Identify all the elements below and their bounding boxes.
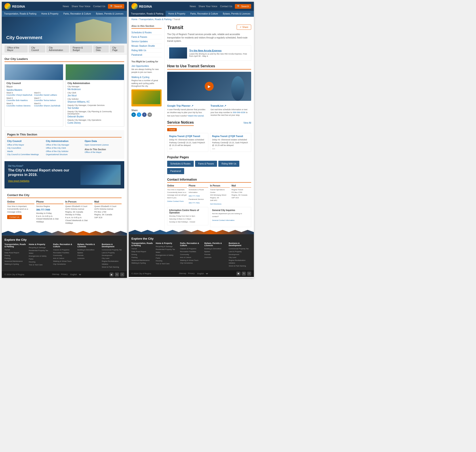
r-footer-h7[interactable]: Tree & Yard Care xyxy=(156,262,178,265)
footer-home-2[interactable]: Residential Property Tax xyxy=(29,249,51,252)
left-logo[interactable]: REGINA xyxy=(5,3,25,9)
nav-share-right[interactable]: Share Your Voice xyxy=(198,5,217,8)
footer-biz-5[interactable]: Street & Park Naming xyxy=(102,266,124,269)
twitter-share-icon[interactable]: 𝕏 xyxy=(137,113,141,117)
footer-parks-3[interactable]: Community xyxy=(53,254,76,257)
r-footer-t1[interactable]: Transit xyxy=(131,247,154,250)
facebook-share-icon[interactable]: f xyxy=(142,113,147,117)
footer-biz-2[interactable]: Land & Property Development xyxy=(102,252,124,257)
r-footer-p6[interactable]: City Cemeteries xyxy=(180,262,203,265)
r-footer-h6[interactable]: Housing xyxy=(156,259,178,262)
footer-home-7[interactable]: Tree & Yard Care xyxy=(29,264,51,266)
r-footer-biz3[interactable]: City Land xyxy=(229,256,251,259)
r-footer-p5[interactable]: Walking & Virtual Tours xyxy=(180,259,203,262)
councillor-link-5[interactable]: Councillor Andrew Stevens xyxy=(7,105,31,107)
tab-city-page[interactable]: City Page xyxy=(110,45,124,53)
footer-biz-1[interactable]: Commercial Property Tax xyxy=(102,249,124,252)
walking-link[interactable]: Walking & Cycling xyxy=(131,76,149,79)
footer-transit-3[interactable]: Driving xyxy=(5,254,27,257)
r-footer-t2[interactable]: Daily Road Report xyxy=(131,250,154,253)
share-page-button[interactable]: ↗ Share xyxy=(237,25,251,30)
r-footer-h4[interactable]: Emergencies & Safety xyxy=(156,254,178,257)
footer-transit-6[interactable]: Walking & Cycling xyxy=(5,263,27,266)
nav-contact-right[interactable]: Contact Us xyxy=(220,5,232,8)
jobs-link[interactable]: Job Opportunities xyxy=(131,65,149,67)
breadcrumb-home[interactable]: Home xyxy=(131,18,138,20)
r-footer-t4[interactable]: Parking xyxy=(131,256,154,259)
pages-link-org[interactable]: Organizational Structure xyxy=(46,153,83,156)
r-footer-p1[interactable]: Classes & Programs xyxy=(180,247,203,250)
councillor-link-4[interactable]: Councillor Terina Nelson xyxy=(34,99,56,101)
nav-news-left[interactable]: News xyxy=(63,5,69,8)
footer-home-4[interactable]: Emergencies & Safety xyxy=(29,255,51,258)
deputy-ops-name[interactable]: Curtis Disney xyxy=(67,121,122,125)
transitlive-link[interactable]: TransitLive xyxy=(211,104,224,107)
dyk-link[interactable]: View report highlights xyxy=(8,180,29,182)
r-footer-h5[interactable]: Parks xyxy=(156,257,178,260)
footer-transit-2[interactable]: Daily Road Report xyxy=(5,252,27,254)
footer-bylaws-2[interactable]: Bylaws xyxy=(77,252,100,254)
google-planner-link[interactable]: Google Trip Planner xyxy=(167,104,191,107)
pages-link-open-gov[interactable]: Open Government Licence xyxy=(85,143,122,146)
search-button-left[interactable]: 🔍 Search xyxy=(108,4,124,9)
r-footer-h1[interactable]: Recycling & Garbage xyxy=(156,245,178,248)
right-logo[interactable]: REGINA xyxy=(131,3,152,9)
sidebar-fares[interactable]: Fares & Passes xyxy=(131,35,162,39)
sidebar-service-updates[interactable]: Service Updates xyxy=(131,39,162,44)
footer-bylaws-3[interactable]: Permits xyxy=(77,254,100,257)
sitemap-right[interactable]: Sitemap xyxy=(179,272,186,275)
footer-bylaws-1[interactable]: Building & Demolition xyxy=(77,249,100,252)
footer-parks-5[interactable]: Walking & Virtual Tours xyxy=(53,260,76,263)
footer-home-1[interactable]: Recycling & Garbage xyxy=(29,246,51,249)
sitemap-left[interactable]: Sitemap xyxy=(52,273,59,276)
nav-contact-left[interactable]: Contact Us xyxy=(93,5,105,8)
twitter-icon-left[interactable]: 𝕏 xyxy=(115,273,119,277)
sidebar-schedules[interactable]: Schedules & Routes xyxy=(131,30,162,35)
footer-biz-4[interactable]: Regina Revitalization Initiative xyxy=(102,260,124,266)
footer-bylaws-4[interactable]: Licences xyxy=(77,257,100,260)
nav-parks-left[interactable]: Parks, Recreation & Culture xyxy=(61,11,93,17)
nav-news-right[interactable]: News xyxy=(190,5,196,8)
nav-bylaws-right[interactable]: Bylaws, Permits & Licences xyxy=(221,11,252,17)
ct-phone-1[interactable]: 306-777-7433 xyxy=(189,195,200,197)
instagram-icon-right[interactable]: ▣ xyxy=(237,272,240,276)
email-share-icon[interactable]: ✉ xyxy=(147,113,152,117)
r-footer-biz1[interactable]: Commercial Property Tax xyxy=(229,247,251,250)
popular-paratransit[interactable]: Paratransit xyxy=(167,168,184,174)
breadcrumb-transport[interactable]: Transportation, Roads & Parking xyxy=(139,18,172,20)
footer-parks-1[interactable]: Classes & Programs xyxy=(53,249,76,252)
facebook-icon-left[interactable]: f xyxy=(120,273,124,277)
pages-link-councillors[interactable]: City Councillors xyxy=(7,146,44,150)
instagram-icon-left[interactable]: ▣ xyxy=(110,273,113,277)
tutorial-link[interactable]: Watch the tutorial. xyxy=(188,115,204,117)
popular-fares[interactable]: Fares & Passes xyxy=(195,161,217,167)
r-footer-p3[interactable]: Community xyxy=(180,253,203,256)
councillor-link-3[interactable]: Councillor Bob Hawkins xyxy=(7,99,28,101)
r-footer-b1[interactable]: Building & Demolition xyxy=(204,247,227,250)
r-footer-t3[interactable]: Driving xyxy=(131,253,154,256)
pages-link-wards[interactable]: Wards xyxy=(7,150,44,153)
r-footer-p2[interactable]: Recreation Facilities xyxy=(180,250,203,253)
mayor-name[interactable]: Sandra Masters xyxy=(7,88,61,92)
r-footer-biz4[interactable]: Regina Revitalization Initiative xyxy=(229,259,251,265)
pages-link-also-mayor[interactable]: Office of the Mayor xyxy=(85,151,122,154)
arcola-title-link[interactable]: Try the New Arcola Express xyxy=(189,49,222,52)
footer-transit-5[interactable]: Seasonal Maintenance xyxy=(5,260,27,263)
deputy-name[interactable]: Ted Schiller xyxy=(67,106,122,110)
video-thumbnail[interactable]: ▶ xyxy=(167,72,251,101)
language-select-right[interactable]: English Français xyxy=(196,272,209,275)
pages-link-mayor[interactable]: Office of the Mayor xyxy=(7,143,44,146)
nav-business-left[interactable]: Business & Development xyxy=(126,11,127,17)
r-footer-t6[interactable]: Walking & Cycling xyxy=(131,262,154,265)
councillor-link-2[interactable]: Councillor Daniel LeBlanc xyxy=(34,94,57,96)
footer-biz-3[interactable]: City Land xyxy=(102,257,124,260)
search-button-right[interactable]: 🔍 Search xyxy=(235,4,251,9)
view-all-link[interactable]: View All xyxy=(243,122,251,124)
nav-share-left[interactable]: Share Your Voice xyxy=(72,5,90,8)
popular-schedules[interactable]: Schedules & Routes xyxy=(167,161,194,167)
clerk-name[interactable]: Jim Nicol xyxy=(67,94,122,97)
play-button[interactable]: ▶ xyxy=(205,82,214,91)
footer-parks-4[interactable]: Arts & Culture xyxy=(53,257,76,260)
tab-mayor[interactable]: Office of the Mayor xyxy=(5,45,28,53)
footer-parks-6[interactable]: City Cemeteries xyxy=(53,263,76,266)
